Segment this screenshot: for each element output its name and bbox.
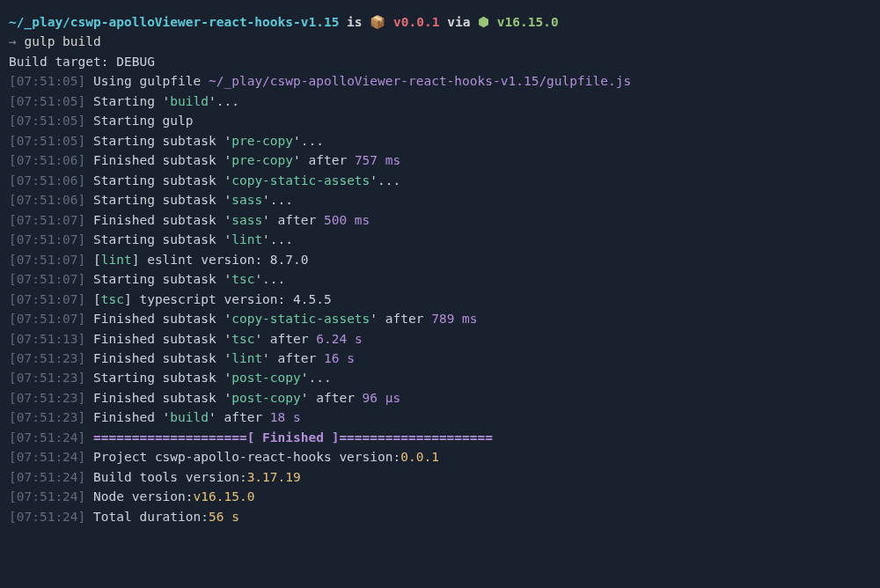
via-text: via: [439, 15, 478, 29]
log-lines-container: [07:51:05] Using gulpfile ~/_play/cswp-a…: [9, 71, 871, 526]
timestamp: [07:51:23]: [9, 391, 85, 405]
cwd-path: ~/_play/cswp-apolloViewer-react-hooks-v1…: [9, 15, 339, 29]
timestamp: [07:51:07]: [9, 232, 85, 246]
log-segment: lint: [231, 351, 262, 365]
log-segment: ' after: [209, 410, 270, 424]
timestamp: [07:51:05]: [9, 94, 85, 108]
log-segment: Finished subtask ': [85, 332, 231, 346]
log-segment: ' after: [254, 332, 316, 346]
log-segment: 500 ms: [324, 213, 370, 227]
log-segment: Starting subtask ': [85, 173, 231, 187]
log-segment: Finished subtask ': [85, 391, 231, 405]
log-segment: Starting ': [85, 94, 170, 108]
log-line: [07:51:06] Starting subtask 'copy-static…: [9, 171, 871, 190]
log-line: [07:51:24] Node version:v16.15.0: [9, 487, 871, 506]
node-version-prompt: v16.15.0: [497, 15, 559, 29]
log-line: [07:51:23] Finished subtask 'post-copy' …: [9, 388, 871, 408]
log-segment: '...: [262, 193, 293, 207]
timestamp: [07:51:24]: [9, 470, 85, 484]
timestamp: [07:51:24]: [9, 430, 85, 445]
timestamp: [07:51:07]: [9, 272, 85, 286]
prompt-line-2: → gulp build: [9, 32, 871, 51]
log-line: [07:51:07] [lint] eslint version: 8.7.0: [9, 250, 871, 269]
timestamp: [07:51:07]: [9, 292, 85, 306]
log-segment: Starting gulp: [85, 114, 193, 128]
log-segment: ' after: [262, 213, 324, 227]
log-segment: Total duration:: [85, 510, 209, 524]
log-line: [07:51:07] Finished subtask 'copy-static…: [9, 309, 871, 328]
log-segment: '...: [262, 232, 293, 246]
log-segment: Finished subtask ': [85, 312, 231, 326]
log-segment: v16.15.0: [194, 489, 255, 503]
timestamp: [07:51:07]: [9, 213, 85, 227]
package-version: v0.0.1: [393, 15, 439, 29]
log-line: [07:51:23] Finished subtask 'lint' after…: [9, 349, 871, 368]
log-segment: tsc: [231, 332, 254, 346]
log-line: [07:51:07] Starting subtask 'tsc'...: [9, 269, 871, 289]
log-segment: sass: [231, 213, 262, 227]
timestamp: [07:51:06]: [9, 153, 85, 167]
log-segment: post-copy: [231, 371, 301, 385]
log-line: [07:51:24] Build tools version:3.17.19: [9, 467, 871, 487]
log-segment: 18 s: [270, 410, 301, 424]
log-line: [07:51:05] Starting 'build'...: [9, 92, 871, 111]
log-line: [07:51:24] Total duration:56 s: [9, 507, 871, 526]
is-text: is: [339, 15, 370, 29]
log-segment: ' after: [293, 153, 355, 167]
log-line: [07:51:07] Finished subtask 'sass' after…: [9, 210, 871, 230]
log-segment: post-copy: [231, 391, 301, 405]
timestamp: [07:51:24]: [9, 450, 85, 464]
log-segment: Project cswp-apollo-react-hooks version:: [85, 450, 400, 464]
timestamp: [07:51:23]: [9, 371, 85, 385]
timestamp: [07:51:05]: [9, 114, 85, 128]
log-segment: copy-static-assets: [231, 312, 370, 326]
timestamp: [07:51:24]: [9, 489, 85, 503]
log-segment: ] typescript version: 4.5.5: [124, 292, 332, 306]
log-segment: Starting subtask ': [85, 232, 231, 246]
log-segment: Starting subtask ': [85, 193, 231, 207]
log-segment: 56 s: [209, 510, 239, 524]
log-segment: ] eslint version: 8.7.0: [132, 253, 309, 267]
log-line: [07:51:24] Project cswp-apollo-react-hoo…: [9, 447, 871, 467]
log-segment: ====================[ Finished ]========…: [85, 430, 493, 445]
log-segment: 96 μs: [363, 391, 401, 405]
log-segment: 789 ms: [431, 312, 477, 326]
log-segment: Finished ': [85, 410, 170, 424]
timestamp: [07:51:23]: [9, 410, 85, 424]
log-line: [07:51:05] Starting subtask 'pre-copy'..…: [9, 131, 871, 151]
log-segment: '...: [293, 134, 324, 148]
log-segment: [: [85, 292, 100, 306]
log-segment: Finished subtask ': [85, 351, 231, 365]
log-segment: Starting subtask ': [85, 272, 231, 286]
timestamp: [07:51:05]: [9, 134, 85, 148]
log-segment: Finished subtask ': [85, 153, 231, 167]
log-segment: Using gulpfile: [85, 74, 209, 88]
log-line: [07:51:05] Using gulpfile ~/_play/cswp-a…: [9, 71, 871, 91]
log-segment: Node version:: [85, 489, 193, 503]
timestamp: [07:51:07]: [9, 312, 85, 326]
log-segment: lint: [101, 253, 132, 267]
build-target-line: Build target: DEBUG: [9, 52, 871, 71]
log-segment: pre-copy: [231, 134, 293, 148]
log-segment: ~/_play/cswp-apolloViewer-react-hooks-v1…: [209, 74, 631, 88]
log-segment: Starting subtask ': [85, 134, 231, 148]
log-line: [07:51:24] ====================[ Finishe…: [9, 428, 871, 447]
log-line: [07:51:05] Starting gulp: [9, 111, 871, 130]
timestamp: [07:51:23]: [9, 351, 85, 365]
log-segment: '...: [254, 272, 285, 286]
log-segment: ' after: [301, 391, 363, 405]
timestamp: [07:51:06]: [9, 173, 85, 187]
log-segment: copy-static-assets: [231, 173, 370, 187]
log-line: [07:51:06] Finished subtask 'pre-copy' a…: [9, 151, 871, 170]
log-segment: Starting subtask ': [85, 371, 231, 385]
prompt-arrow-icon: →: [9, 34, 24, 48]
log-segment: ' after: [370, 312, 431, 326]
terminal-output[interactable]: ~/_play/cswp-apolloViewer-react-hooks-v1…: [9, 12, 871, 526]
log-segment: tsc: [231, 272, 254, 286]
node-icon: ⬢: [478, 15, 497, 29]
log-segment: 757 ms: [355, 153, 400, 167]
log-segment: '...: [370, 173, 400, 187]
log-segment: Finished subtask ': [85, 213, 231, 227]
prompt-line-1: ~/_play/cswp-apolloViewer-react-hooks-v1…: [9, 12, 871, 32]
log-line: [07:51:23] Starting subtask 'post-copy'.…: [9, 368, 871, 387]
